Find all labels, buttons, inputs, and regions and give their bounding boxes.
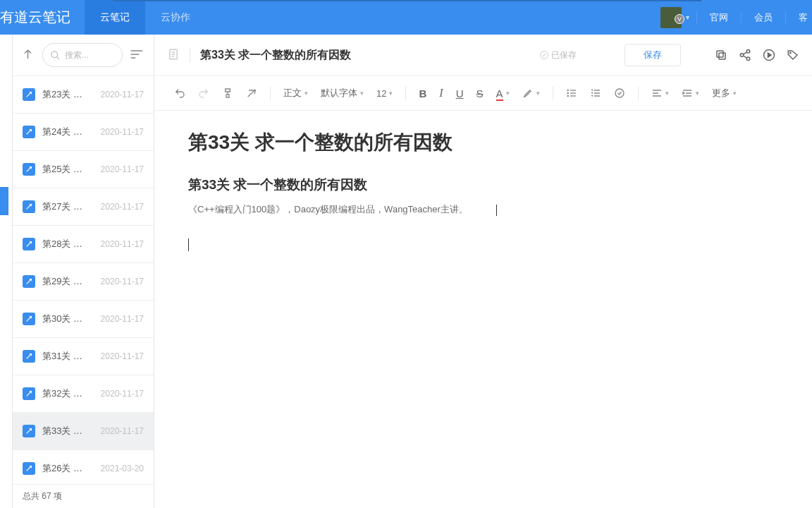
- note-item[interactable]: 第26关 … 2021-03-20: [13, 450, 154, 484]
- note-icon: [23, 275, 35, 288]
- number-list-button[interactable]: [590, 87, 601, 99]
- svg-point-5: [740, 54, 744, 57]
- underline-button[interactable]: U: [456, 87, 464, 99]
- tab-collab[interactable]: 云协作: [145, 0, 206, 35]
- note-date: 2020-11-17: [101, 164, 144, 174]
- note-date: 2020-11-17: [101, 277, 144, 286]
- svg-rect-3: [717, 51, 723, 57]
- save-button[interactable]: 保存: [625, 44, 681, 66]
- text-cursor: [188, 238, 189, 251]
- note-item[interactable]: 第28关 … 2020-11-17: [13, 226, 154, 263]
- note-items: 第23关 … 2020-11-17 第24关 … 2020-11-17 第25关…: [13, 76, 154, 484]
- note-date: 2020-11-17: [101, 90, 144, 99]
- content-paragraph[interactable]: 《C++编程入门100题》，Daozy极限编程出品，WangTeacher主讲。: [188, 202, 778, 217]
- link-member[interactable]: 会员: [741, 12, 785, 23]
- note-date: 2020-11-17: [101, 314, 144, 324]
- note-item[interactable]: 第30关 … 2020-11-17: [13, 301, 154, 338]
- content-h1[interactable]: 第33关 求一个整数的所有因数: [188, 129, 778, 156]
- note-title: 第27关 …: [42, 200, 94, 213]
- note-item[interactable]: 第32关 … 2020-11-17: [13, 375, 154, 413]
- note-icon: [23, 200, 35, 213]
- font-size-select[interactable]: 12▾: [376, 88, 393, 99]
- note-title: 第24关 …: [42, 126, 94, 138]
- search-placeholder: 搜索...: [65, 49, 89, 61]
- note-title: 第30关 …: [42, 313, 94, 325]
- note-item[interactable]: 第29关 … 2020-11-17: [13, 263, 154, 301]
- note-title: 第33关 …: [42, 425, 94, 437]
- strike-button[interactable]: S: [476, 87, 483, 99]
- note-item[interactable]: 第27关 … 2020-11-17: [13, 188, 154, 226]
- note-item[interactable]: 第31关 … 2020-11-17: [13, 338, 154, 375]
- tag-icon[interactable]: [787, 49, 799, 61]
- share-icon[interactable]: [739, 49, 751, 61]
- svg-rect-2: [719, 53, 725, 59]
- note-title: 第28关 …: [42, 238, 94, 250]
- note-icon: [23, 163, 35, 176]
- note-list-panel: 搜索... 第23关 … 2020-11-17 第24关 … 2020-11-1…: [13, 35, 154, 508]
- indent-button[interactable]: ▾: [682, 87, 699, 99]
- format-painter-button[interactable]: [222, 87, 233, 99]
- note-item[interactable]: 第25关 … 2020-11-17: [13, 151, 154, 188]
- editor-header: 第33关 求一个整数的所有因数 ✓ 已保存 保存: [154, 35, 812, 76]
- note-title: 第26关 …: [42, 462, 94, 475]
- bullet-list-button[interactable]: [566, 87, 577, 99]
- copy-icon[interactable]: [715, 49, 727, 61]
- document-icon: [167, 48, 180, 63]
- undo-button[interactable]: [174, 87, 185, 99]
- note-title: 第23关 …: [42, 88, 94, 101]
- app-logo: 有道云笔记: [0, 8, 85, 27]
- svg-point-10: [567, 92, 568, 93]
- top-bar: 有道云笔记 云笔记 云协作 V ▾ 官网 会员 客: [0, 0, 812, 35]
- vip-badge: V: [675, 14, 684, 24]
- link-service[interactable]: 客: [785, 12, 812, 23]
- text-color-button[interactable]: A▾: [496, 87, 510, 99]
- rail-indicator: [0, 187, 8, 215]
- note-date: 2020-11-17: [101, 202, 144, 212]
- document-title[interactable]: 第33关 求一个整数的所有因数: [200, 48, 351, 63]
- more-button[interactable]: 更多▾: [712, 87, 737, 99]
- svg-point-9: [567, 90, 568, 90]
- clear-format-button[interactable]: [246, 87, 257, 99]
- note-icon: [23, 425, 35, 437]
- redo-button[interactable]: [198, 87, 209, 99]
- tab-notes[interactable]: 云笔记: [85, 0, 145, 35]
- note-item[interactable]: 第24关 … 2020-11-17: [13, 114, 154, 151]
- note-date: 2020-11-17: [101, 127, 144, 137]
- back-icon[interactable]: [23, 48, 35, 63]
- note-title: 第25关 …: [42, 163, 94, 176]
- checklist-button[interactable]: [614, 87, 625, 99]
- note-item[interactable]: 第33关 … 2020-11-17: [13, 413, 154, 450]
- left-rail: [0, 35, 13, 508]
- search-input[interactable]: 搜索...: [42, 43, 123, 67]
- note-title: 第31关 …: [42, 350, 94, 363]
- svg-point-4: [746, 50, 750, 54]
- svg-point-6: [746, 57, 750, 61]
- note-icon: [23, 313, 35, 325]
- font-family-select[interactable]: 默认字体▾: [321, 87, 364, 99]
- content-h2[interactable]: 第33关 求一个整数的所有因数: [188, 176, 778, 194]
- svg-point-8: [790, 52, 792, 54]
- user-menu[interactable]: V ▾: [653, 7, 696, 28]
- check-icon: ✓: [540, 51, 548, 59]
- editor-content[interactable]: 第33关 求一个整数的所有因数 第33关 求一个整数的所有因数 《C++编程入门…: [154, 111, 812, 508]
- highlight-button[interactable]: ▾: [522, 87, 540, 99]
- paragraph-style-select[interactable]: 正文▾: [283, 87, 308, 99]
- align-button[interactable]: ▾: [651, 87, 669, 99]
- sort-icon[interactable]: [130, 49, 144, 61]
- note-icon: [23, 462, 35, 475]
- note-date: 2021-03-20: [101, 464, 144, 473]
- note-date: 2020-11-17: [101, 351, 144, 361]
- link-official[interactable]: 官网: [696, 12, 741, 23]
- italic-button[interactable]: I: [439, 87, 443, 99]
- format-toolbar: 正文▾ 默认字体▾ 12▾ B I U S A▾ ▾ ▾ ▾ 更多▾: [154, 76, 812, 111]
- note-date: 2020-11-17: [101, 426, 144, 436]
- svg-point-0: [51, 51, 58, 57]
- note-icon: [23, 88, 35, 101]
- list-footer: 总共 67 项: [13, 484, 154, 508]
- note-item[interactable]: 第23关 … 2020-11-17: [13, 76, 154, 114]
- note-date: 2020-11-17: [101, 239, 144, 249]
- note-icon: [23, 238, 35, 250]
- svg-point-12: [615, 89, 624, 97]
- bold-button[interactable]: B: [419, 87, 426, 99]
- play-icon[interactable]: [763, 49, 775, 61]
